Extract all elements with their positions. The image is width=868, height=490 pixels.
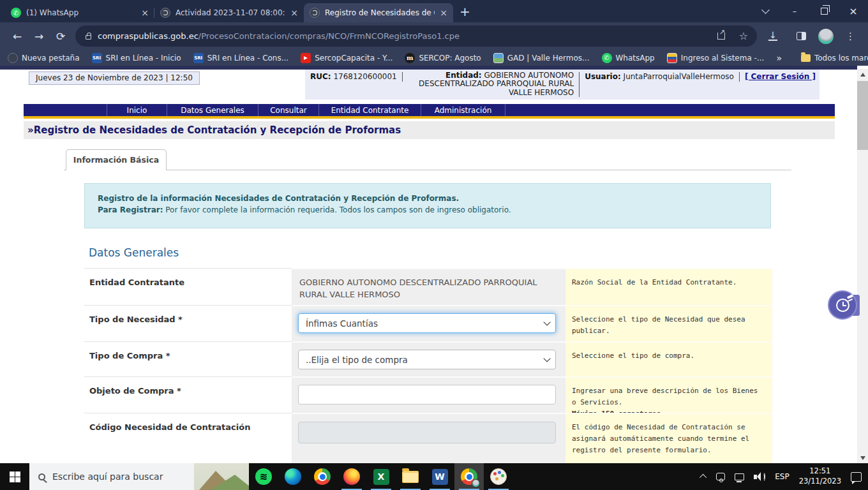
bookmark-ingreso-sistema[interactable]: Ingreso al Sistema -... — [667, 53, 765, 63]
reload-button[interactable]: ⟳ — [50, 26, 71, 47]
menu-dots-icon[interactable]: ⋮ — [846, 31, 856, 42]
chevron-down-icon — [543, 318, 550, 325]
network-icon[interactable] — [735, 473, 744, 480]
form-table: Entidad Contratante GOBIERNO AUTONOMO DE… — [84, 268, 772, 463]
tab-search-icon[interactable] — [751, 0, 780, 22]
nav-administracion[interactable]: Administración — [421, 104, 505, 116]
chrome-icon — [314, 468, 331, 485]
tab-informacion-basica[interactable]: Información Básica — [66, 149, 167, 170]
taskbar-firefox[interactable] — [337, 463, 366, 490]
side-panel-icon[interactable] — [797, 32, 806, 40]
section-heading: Datos Generales — [89, 246, 179, 259]
entidad-field: Entidad: GOBIERNO AUTONOMO DESCENTRALIZA… — [408, 71, 574, 97]
tab-close-icon[interactable]: × — [141, 8, 149, 18]
bookmark-sri-consultas[interactable]: SRI SRI en Línea - Cons... — [193, 53, 288, 63]
field-label: Objeto de Compra * — [84, 376, 292, 413]
chevron-down-icon — [543, 355, 550, 362]
bookmark-nueva-pestana[interactable]: Nueva pestaña — [8, 53, 80, 63]
notification-center-icon[interactable] — [851, 472, 862, 482]
logout-link[interactable]: [ Cerrar Sesión ] — [745, 72, 816, 81]
nav-inicio[interactable]: Inicio — [107, 104, 167, 116]
taskbar-edge[interactable] — [278, 463, 308, 490]
floating-timer-widget[interactable] — [828, 290, 860, 321]
profile-avatar[interactable] — [818, 29, 834, 44]
restore-button[interactable] — [809, 0, 839, 22]
taskbar-explorer[interactable] — [396, 463, 425, 490]
edge-icon — [285, 468, 301, 485]
field-label: Tipo de Compra * — [84, 341, 292, 376]
meet-now-icon[interactable] — [716, 473, 725, 480]
new-tab-button[interactable]: + — [460, 4, 470, 19]
tab-title: Actividad 2023-11-07 08:00:00 | N — [176, 8, 285, 17]
taskbar-paint[interactable] — [484, 463, 513, 490]
field-label: Tipo de Necesidad * — [84, 305, 292, 341]
nav-consultar[interactable]: Consultar — [258, 104, 319, 116]
scroll-up-arrow[interactable] — [857, 69, 868, 80]
tab-registro-active[interactable]: Registro de Necesidades de Con × — [304, 3, 453, 22]
tab-divider — [64, 170, 791, 170]
back-button[interactable]: ← — [6, 26, 28, 47]
bookmark-sercop-agosto[interactable]: m SERCOP: Agosto — [405, 53, 481, 63]
windows-logo-icon — [10, 471, 20, 482]
firefox-icon — [343, 468, 360, 485]
downloads-icon[interactable]: ↓ — [768, 31, 777, 41]
address-bar[interactable]: compraspublicas.gob.ec/ProcesoContrataci… — [75, 26, 757, 47]
page-datetime: Jueves 23 de Noviembre de 2023 | 12:50 — [29, 71, 200, 85]
taskbar-excel[interactable]: X — [366, 463, 396, 490]
notice-line1: Registro de la información Necesidades d… — [98, 193, 758, 204]
tray-clock[interactable]: 12:51 23/11/2023 — [799, 466, 841, 486]
whatsapp-icon: ✆ — [602, 53, 612, 63]
minimize-button[interactable]: – — [780, 0, 809, 22]
gold-divider — [24, 116, 835, 119]
form-row-entidad: Entidad Contratante GOBIERNO AUTONOMO DE… — [84, 268, 772, 305]
field-help: Ingresar una breve descripción de los Bi… — [565, 376, 772, 413]
system-tray: ESP 12:51 23/11/2023 — [701, 463, 868, 490]
search-highlight-image[interactable] — [194, 463, 249, 490]
sercop-favicon-icon — [310, 8, 320, 18]
bookmark-star-icon[interactable]: ☆ — [739, 30, 748, 42]
tab-actividad[interactable]: Actividad 2023-11-07 08:00:00 | N × — [154, 3, 304, 22]
page-scrollbar[interactable] — [857, 69, 868, 463]
language-indicator[interactable]: ESP — [775, 472, 789, 481]
taskbar-chrome-active[interactable] — [454, 463, 484, 490]
share-icon[interactable] — [717, 33, 725, 40]
start-button[interactable] — [0, 463, 29, 490]
page-title: »Registro de Necesidades de Contratación… — [24, 121, 835, 139]
lock-icon[interactable] — [86, 35, 91, 40]
tray-date: 23/11/2023 — [799, 477, 841, 486]
all-bookmarks-button[interactable]: Todos los marcadores — [801, 54, 868, 63]
tipo-necesidad-select[interactable]: Ínfimas Cuantías — [298, 313, 556, 333]
close-window-button[interactable]: × — [839, 0, 868, 22]
field-label: Código Necesidad de Contratación — [84, 413, 292, 463]
scrollbar-thumb[interactable] — [857, 81, 868, 150]
sri-icon: SRI — [193, 53, 204, 63]
bookmark-sercopcapacita[interactable]: SercopCapacita - Y... — [301, 53, 393, 63]
bookmark-gad-valle-hermoso[interactable]: GAD | Valle Hermos... — [493, 53, 590, 63]
bookmarks-bar: Nueva pestaña SRI SRI en Línea - Inicio … — [0, 50, 868, 66]
taskbar-search[interactable]: Escribe aquí para buscar — [29, 463, 249, 490]
nav-entidad-contratante[interactable]: Entidad Contratante — [319, 104, 421, 116]
taskbar-word[interactable]: W — [425, 463, 454, 490]
tab-close-icon[interactable]: × — [290, 8, 298, 18]
tray-chevron-up-icon[interactable] — [701, 474, 707, 479]
moodle-icon: m — [405, 53, 415, 63]
scroll-down-arrow[interactable] — [857, 452, 868, 463]
form-row-tipo-necesidad: Tipo de Necesidad * Ínfimas Cuantías Sel… — [84, 305, 772, 341]
bookmark-whatsapp[interactable]: ✆ WhatsApp — [602, 53, 655, 63]
ecuador-emblem-icon — [667, 53, 677, 63]
tab-whatsapp[interactable]: ✆ (1) WhatsApp × — [5, 3, 154, 22]
taskbar-spotify[interactable]: ≋ — [249, 463, 278, 490]
taskbar-chrome[interactable] — [308, 463, 337, 490]
field-label: Entidad Contratante — [84, 268, 292, 305]
window-controls: – × — [751, 0, 868, 22]
nav-datos-generales[interactable]: Datos Generales — [167, 104, 258, 116]
form-row-tipo-compra: Tipo de Compra * ..Elija el tipo de comp… — [84, 341, 772, 376]
bookmarks-overflow-chevron[interactable]: » — [776, 53, 782, 63]
bookmark-sri-inicio[interactable]: SRI SRI en Línea - Inicio — [92, 53, 181, 63]
volume-icon[interactable] — [754, 472, 765, 482]
tipo-compra-select[interactable]: ..Elija el tipo de compra — [298, 350, 556, 369]
form-row-codigo-necesidad: Código Necesidad de Contratación El códi… — [84, 413, 772, 463]
forward-button[interactable]: → — [28, 26, 50, 47]
objeto-compra-input[interactable] — [298, 385, 556, 405]
tab-close-icon[interactable]: × — [440, 8, 447, 18]
